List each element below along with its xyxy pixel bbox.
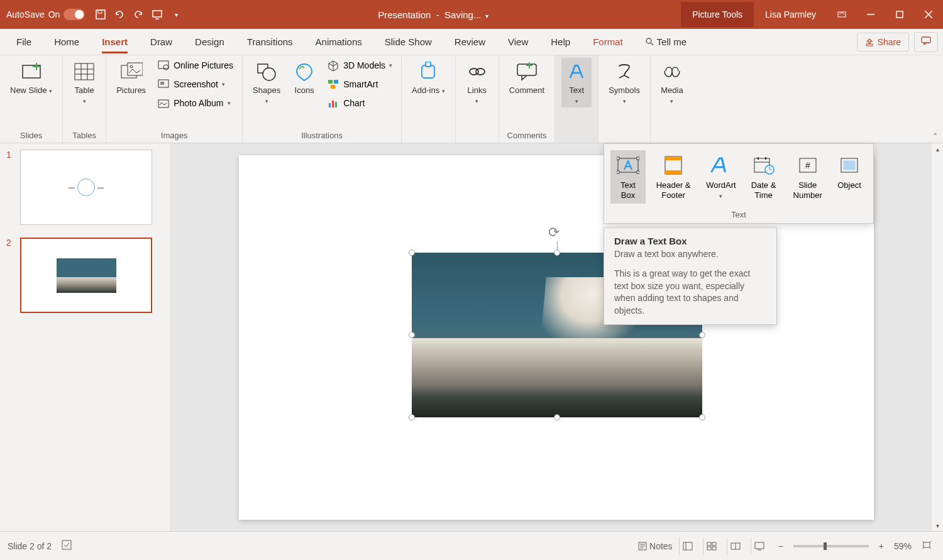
resize-handle[interactable] xyxy=(699,332,705,338)
date-time-button[interactable]: Date & Time xyxy=(744,150,784,204)
slideshow-view-icon[interactable] xyxy=(751,537,768,555)
svg-rect-68 xyxy=(683,542,692,550)
resize-handle[interactable] xyxy=(409,414,415,420)
svg-rect-73 xyxy=(712,547,716,550)
save-icon[interactable] xyxy=(91,5,110,24)
toggle-switch[interactable] xyxy=(63,9,85,20)
tab-slideshow[interactable]: Slide Show xyxy=(373,30,443,53)
slide-thumbnails-panel: 1 ▬▬▬▬ 2 xyxy=(0,143,170,531)
resize-handle[interactable] xyxy=(409,332,415,338)
resize-handle[interactable] xyxy=(409,250,415,256)
resize-handle[interactable] xyxy=(554,250,560,256)
zoom-in-button[interactable]: + xyxy=(875,541,888,551)
text-group-label: Text xyxy=(604,206,873,223)
text-button[interactable]: Text▾ xyxy=(561,58,592,107)
media-button[interactable]: Media▾ xyxy=(657,58,687,107)
table-button[interactable]: Table▾ xyxy=(69,58,99,107)
undo-icon[interactable] xyxy=(110,5,129,24)
reading-view-icon[interactable] xyxy=(727,537,744,555)
text-box-button[interactable]: Text Box xyxy=(610,150,646,204)
screenshot-button[interactable]: Screenshot ▾ xyxy=(155,77,236,92)
header-footer-button[interactable]: Header & Footer xyxy=(648,150,698,204)
close-icon[interactable] xyxy=(914,0,943,29)
user-name[interactable]: Lisa Parmley xyxy=(754,9,827,19)
object-icon xyxy=(837,154,862,177)
tab-view[interactable]: View xyxy=(497,30,539,53)
table-icon xyxy=(73,60,96,83)
comments-pane-button[interactable] xyxy=(914,32,938,52)
picture-tools-tab[interactable]: Picture Tools xyxy=(681,2,754,27)
chart-button[interactable]: Chart xyxy=(324,96,395,111)
notes-button[interactable]: Notes xyxy=(638,541,673,551)
svg-point-40 xyxy=(476,69,485,75)
slide-number-button[interactable]: # Slide Number xyxy=(786,150,829,204)
tab-insert[interactable]: Insert xyxy=(91,30,139,53)
scroll-down-icon[interactable]: ▾ xyxy=(932,520,943,531)
zoom-level[interactable]: 59% xyxy=(894,541,912,551)
tell-me-search[interactable]: Tell me xyxy=(634,30,698,53)
pictures-button[interactable]: Pictures xyxy=(113,58,150,98)
qat-more-icon[interactable]: ▾ xyxy=(167,5,185,24)
svg-rect-6 xyxy=(896,11,903,18)
shapes-button[interactable]: Shapes▾ xyxy=(249,58,284,107)
tab-transitions[interactable]: Transitions xyxy=(236,30,304,53)
scroll-up-icon[interactable]: ▴ xyxy=(932,143,943,155)
autosave-toggle[interactable]: AutoSave On xyxy=(0,9,91,20)
zoom-out-button[interactable]: − xyxy=(775,541,787,551)
object-button[interactable]: Object xyxy=(832,150,867,204)
tab-help[interactable]: Help xyxy=(539,30,582,53)
wordart-icon xyxy=(709,154,734,177)
icons-button[interactable]: Icons xyxy=(289,58,319,98)
3d-models-button[interactable]: 3D Models ▾ xyxy=(324,58,395,73)
svg-rect-35 xyxy=(332,101,334,107)
smartart-button[interactable]: SmartArt xyxy=(324,77,395,92)
ribbon-options-icon[interactable] xyxy=(827,0,856,29)
present-icon[interactable] xyxy=(148,5,167,24)
slide-counter[interactable]: Slide 2 of 2 xyxy=(8,541,52,551)
tab-home[interactable]: Home xyxy=(43,30,91,53)
comment-button[interactable]: Comment xyxy=(505,58,548,98)
cube-icon xyxy=(327,59,339,72)
fit-to-window-icon[interactable] xyxy=(918,541,935,551)
vertical-scrollbar[interactable]: ▴ ▾ xyxy=(932,143,943,531)
rotate-handle-icon[interactable]: ⟳ xyxy=(548,224,566,242)
tab-animations[interactable]: Animations xyxy=(304,30,373,53)
resize-handle[interactable] xyxy=(554,414,560,420)
tab-format[interactable]: Format xyxy=(582,30,634,53)
zoom-slider[interactable] xyxy=(793,545,869,547)
slide-thumbnail-1[interactable]: 1 ▬▬▬▬ xyxy=(6,150,163,225)
svg-rect-11 xyxy=(866,44,873,46)
slide-sorter-icon[interactable] xyxy=(703,537,720,555)
spell-check-icon[interactable] xyxy=(62,540,72,552)
svg-rect-0 xyxy=(96,10,105,19)
normal-view-icon[interactable] xyxy=(679,537,697,555)
tab-file[interactable]: File xyxy=(5,30,43,53)
online-pictures-button[interactable]: Online Pictures xyxy=(155,58,236,73)
resize-handle[interactable] xyxy=(699,414,705,420)
links-button[interactable]: Links▾ xyxy=(462,58,492,107)
svg-rect-45 xyxy=(617,157,619,160)
wordart-button[interactable]: WordArt▾ xyxy=(701,150,741,204)
svg-rect-34 xyxy=(329,103,331,107)
comments-group-label: Comments xyxy=(505,128,548,141)
chart-icon xyxy=(327,97,339,109)
symbols-button[interactable]: Symbols▾ xyxy=(605,58,644,107)
redo-icon[interactable] xyxy=(129,5,148,24)
addins-button[interactable]: Add-ins ▾ xyxy=(408,58,449,98)
text-box-icon xyxy=(615,154,641,177)
maximize-icon[interactable] xyxy=(885,0,914,29)
collapse-ribbon-icon[interactable]: ⌃ xyxy=(927,129,943,143)
minimize-icon[interactable] xyxy=(856,0,885,29)
slide-thumbnail-2[interactable]: 2 xyxy=(6,238,163,313)
share-button[interactable]: Share xyxy=(857,33,909,52)
new-slide-button[interactable]: New Slide ▾ xyxy=(6,58,56,98)
online-pictures-icon xyxy=(157,59,170,72)
svg-line-10 xyxy=(651,43,653,45)
tab-review[interactable]: Review xyxy=(443,30,497,53)
tables-group-label: Tables xyxy=(69,128,99,141)
tab-design[interactable]: Design xyxy=(184,30,236,53)
tab-draw[interactable]: Draw xyxy=(139,30,184,53)
photo-album-button[interactable]: Photo Album ▾ xyxy=(155,96,236,111)
images-group-label: Images xyxy=(113,128,236,141)
svg-rect-16 xyxy=(75,63,94,80)
